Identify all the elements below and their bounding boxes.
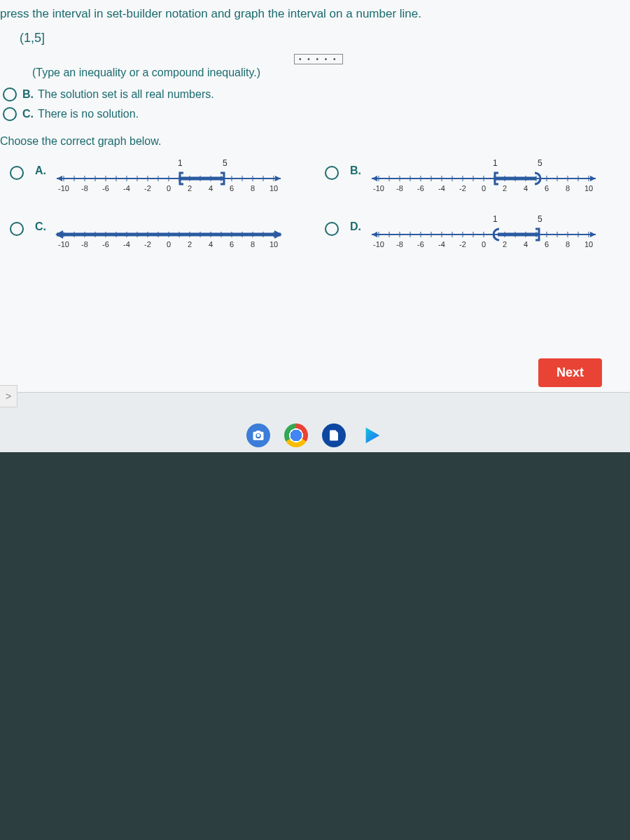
svg-text:-6: -6 bbox=[417, 184, 424, 192]
svg-text:-8: -8 bbox=[396, 184, 403, 192]
option-text: There is no solution. bbox=[38, 108, 139, 120]
svg-marker-77 bbox=[55, 230, 63, 239]
svg-text:-8: -8 bbox=[81, 184, 88, 192]
radio-icon[interactable] bbox=[10, 222, 24, 236]
svg-marker-115 bbox=[590, 232, 596, 237]
radio-icon[interactable] bbox=[325, 166, 339, 180]
svg-text:-2: -2 bbox=[144, 240, 151, 248]
svg-marker-41 bbox=[372, 176, 377, 181]
dots-icon[interactable]: • • • • • bbox=[294, 54, 343, 64]
question-prompt: press the interval in set-builder notati… bbox=[0, 7, 630, 31]
radio-icon[interactable] bbox=[10, 166, 24, 180]
svg-text:-6: -6 bbox=[102, 184, 109, 192]
svg-text:5: 5 bbox=[538, 158, 542, 168]
svg-text:2: 2 bbox=[188, 240, 192, 248]
play-store-icon[interactable] bbox=[360, 424, 384, 447]
input-hint: • • • • • (Type an inequality or a compo… bbox=[0, 66, 630, 79]
svg-text:-2: -2 bbox=[459, 240, 466, 248]
files-icon[interactable] bbox=[322, 424, 346, 447]
svg-text:-6: -6 bbox=[102, 240, 109, 248]
graph-letter: B. bbox=[350, 164, 363, 177]
graph-letter: D. bbox=[350, 220, 363, 233]
svg-text:-6: -6 bbox=[417, 240, 424, 248]
svg-marker-42 bbox=[590, 176, 596, 181]
svg-text:4: 4 bbox=[209, 240, 213, 248]
svg-text:8: 8 bbox=[251, 184, 255, 192]
svg-text:10: 10 bbox=[270, 184, 278, 192]
svg-text:8: 8 bbox=[251, 240, 255, 248]
svg-text:10: 10 bbox=[584, 184, 593, 192]
svg-text:-10: -10 bbox=[373, 184, 384, 192]
radio-icon[interactable] bbox=[3, 88, 17, 102]
svg-text:8: 8 bbox=[566, 184, 570, 192]
svg-text:1: 1 bbox=[493, 158, 498, 168]
svg-text:6: 6 bbox=[545, 240, 549, 248]
svg-text:6: 6 bbox=[230, 240, 234, 248]
option-c-row[interactable]: C. There is no solution. bbox=[0, 104, 630, 124]
svg-text:-4: -4 bbox=[438, 184, 445, 192]
svg-text:4: 4 bbox=[524, 184, 528, 192]
number-line-c: -10-8-6-4-20246810 bbox=[53, 214, 284, 255]
graph-grid: A. 1 5 -10-8-6-4-20246810 bbox=[0, 158, 630, 255]
svg-text:6: 6 bbox=[545, 184, 549, 192]
svg-marker-4 bbox=[275, 176, 281, 181]
hint-text: (Type an inequality or a compound inequa… bbox=[32, 66, 260, 78]
svg-text:2: 2 bbox=[188, 184, 192, 192]
graph-option-a[interactable]: A. 1 5 -10-8-6-4-20246810 bbox=[7, 158, 301, 200]
svg-text:5: 5 bbox=[538, 214, 542, 224]
svg-text:4: 4 bbox=[524, 240, 528, 248]
camera-icon[interactable] bbox=[246, 424, 270, 447]
svg-text:-2: -2 bbox=[459, 184, 466, 192]
svg-text:-4: -4 bbox=[123, 184, 130, 192]
svg-text:0: 0 bbox=[482, 184, 486, 192]
next-button[interactable]: Next bbox=[538, 358, 602, 387]
taskbar bbox=[0, 419, 630, 452]
svg-text:2: 2 bbox=[503, 184, 507, 192]
svg-marker-114 bbox=[372, 232, 377, 237]
svg-text:-10: -10 bbox=[373, 240, 384, 248]
graph-letter: C. bbox=[35, 220, 48, 233]
graph-letter: A. bbox=[35, 164, 48, 177]
graph-option-b[interactable]: B. 1 5 -10-8-6-4-20246810 bbox=[322, 158, 616, 200]
radio-icon[interactable] bbox=[325, 222, 339, 236]
number-line-b: 1 5 -10-8-6-4-20246810 bbox=[368, 158, 599, 200]
svg-text:-4: -4 bbox=[438, 240, 445, 248]
svg-text:5: 5 bbox=[223, 158, 227, 168]
svg-text:6: 6 bbox=[230, 184, 234, 192]
radio-icon[interactable] bbox=[3, 107, 17, 121]
offscreen-dark-area bbox=[0, 452, 630, 840]
svg-text:1: 1 bbox=[178, 158, 183, 168]
svg-marker-3 bbox=[57, 176, 62, 181]
svg-text:2: 2 bbox=[503, 240, 507, 248]
svg-text:-10: -10 bbox=[58, 240, 69, 248]
graph-option-c[interactable]: C. -10-8-6-4-20246810 bbox=[7, 214, 301, 255]
svg-text:-8: -8 bbox=[81, 240, 88, 248]
option-b-row[interactable]: B. The solution set is all real numbers. bbox=[0, 85, 630, 104]
svg-text:10: 10 bbox=[270, 240, 278, 248]
svg-text:4: 4 bbox=[209, 184, 213, 192]
svg-marker-78 bbox=[274, 230, 282, 239]
option-letter: B. bbox=[22, 88, 34, 101]
svg-text:-4: -4 bbox=[123, 240, 130, 248]
chrome-icon[interactable] bbox=[284, 424, 308, 447]
svg-text:0: 0 bbox=[167, 240, 171, 248]
svg-text:0: 0 bbox=[482, 240, 486, 248]
option-text: The solution set is all real numbers. bbox=[38, 88, 214, 101]
svg-text:10: 10 bbox=[584, 240, 593, 248]
graph-option-d[interactable]: D. 1 5 -10-8-6-4-20246810 bbox=[322, 214, 616, 255]
svg-text:-10: -10 bbox=[58, 184, 69, 192]
svg-text:8: 8 bbox=[566, 240, 570, 248]
number-line-a: 1 5 -10-8-6-4-20246810 bbox=[53, 158, 284, 200]
choose-subhead: Choose the correct graph below. bbox=[0, 124, 630, 158]
interval-value: (1,5] bbox=[0, 31, 630, 46]
number-line-d: 1 5 -10-8-6-4-20246810 bbox=[368, 214, 599, 255]
svg-text:0: 0 bbox=[167, 184, 171, 192]
svg-text:-8: -8 bbox=[396, 240, 403, 248]
svg-text:1: 1 bbox=[493, 214, 498, 224]
option-letter: C. bbox=[22, 108, 34, 120]
scroll-tab-icon[interactable]: > bbox=[0, 385, 18, 407]
svg-text:-2: -2 bbox=[144, 184, 151, 192]
